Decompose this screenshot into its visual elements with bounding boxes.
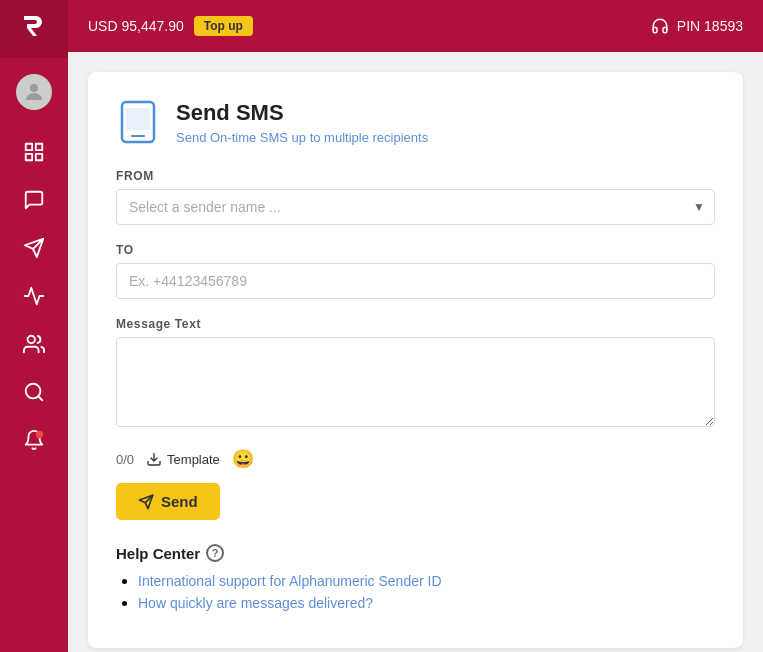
- user-avatar[interactable]: [16, 74, 52, 110]
- sidebar-item-activity[interactable]: [12, 274, 56, 318]
- send-label: Send: [161, 493, 198, 510]
- from-select-wrapper: Select a sender name ... ▼: [116, 189, 715, 225]
- svg-point-7: [28, 336, 35, 343]
- sender-select[interactable]: Select a sender name ...: [116, 189, 715, 225]
- sidebar-item-users[interactable]: [12, 322, 56, 366]
- help-icon: ?: [206, 544, 224, 562]
- svg-line-9: [38, 396, 42, 400]
- message-field-group: Message Text: [116, 317, 715, 431]
- pin-display: PIN 18593: [677, 18, 743, 34]
- help-link-2[interactable]: How quickly are messages delivered?: [138, 595, 373, 611]
- to-label: TO: [116, 243, 715, 257]
- template-button[interactable]: Template: [146, 449, 220, 469]
- card-title-area: Send SMS Send On-time SMS up to multiple…: [176, 100, 428, 145]
- page-title: Send SMS: [176, 100, 428, 126]
- svg-rect-2: [36, 144, 42, 150]
- svg-point-0: [30, 84, 38, 92]
- sidebar-nav: [0, 130, 68, 462]
- svg-rect-1: [26, 144, 32, 150]
- help-title-text: Help Center: [116, 545, 200, 562]
- help-links-list: International support for Alphanumeric S…: [116, 572, 715, 612]
- sidebar: [0, 0, 68, 652]
- emoji-button[interactable]: 😀: [232, 450, 254, 468]
- to-field-group: TO: [116, 243, 715, 299]
- sidebar-item-send[interactable]: [12, 226, 56, 270]
- sidebar-item-notifications[interactable]: [12, 418, 56, 462]
- help-link-1[interactable]: International support for Alphanumeric S…: [138, 573, 442, 589]
- download-icon: [146, 451, 162, 467]
- svg-point-10: [36, 431, 43, 438]
- headphone-icon: [651, 17, 669, 35]
- topup-button[interactable]: Top up: [194, 16, 253, 36]
- svg-rect-12: [126, 108, 150, 130]
- sidebar-item-chat[interactable]: [12, 178, 56, 222]
- from-field-group: FROM Select a sender name ... ▼: [116, 169, 715, 225]
- main-content: Send SMS Send On-time SMS up to multiple…: [68, 52, 763, 652]
- from-label: FROM: [116, 169, 715, 183]
- to-input[interactable]: [116, 263, 715, 299]
- message-label: Message Text: [116, 317, 715, 331]
- help-link-item: International support for Alphanumeric S…: [138, 572, 715, 590]
- send-button[interactable]: Send: [116, 483, 220, 520]
- send-sms-card: Send SMS Send On-time SMS up to multiple…: [88, 72, 743, 648]
- template-label: Template: [167, 452, 220, 467]
- topbar: USD 95,447.90 Top up PIN 18593: [68, 0, 763, 52]
- sidebar-item-search[interactable]: [12, 370, 56, 414]
- send-icon: [138, 494, 154, 510]
- page-subtitle: Send On-time SMS up to multiple recipien…: [176, 130, 428, 145]
- card-header: Send SMS Send On-time SMS up to multiple…: [116, 100, 715, 145]
- sidebar-item-dashboard[interactable]: [12, 130, 56, 174]
- svg-rect-3: [26, 154, 32, 160]
- topbar-right: PIN 18593: [651, 17, 743, 35]
- message-toolbar: 0/0 Template 😀: [116, 449, 715, 469]
- topbar-left: USD 95,447.90 Top up: [88, 16, 253, 36]
- help-center-title: Help Center ?: [116, 544, 715, 562]
- help-link-item: How quickly are messages delivered?: [138, 594, 715, 612]
- sidebar-logo[interactable]: [0, 0, 68, 58]
- svg-rect-4: [36, 154, 42, 160]
- logo-icon: [20, 12, 48, 47]
- sms-icon: [116, 100, 160, 144]
- help-center: Help Center ? International support for …: [116, 544, 715, 612]
- char-count-display: 0/0: [116, 452, 134, 467]
- message-textarea[interactable]: [116, 337, 715, 427]
- balance-display: USD 95,447.90: [88, 18, 184, 34]
